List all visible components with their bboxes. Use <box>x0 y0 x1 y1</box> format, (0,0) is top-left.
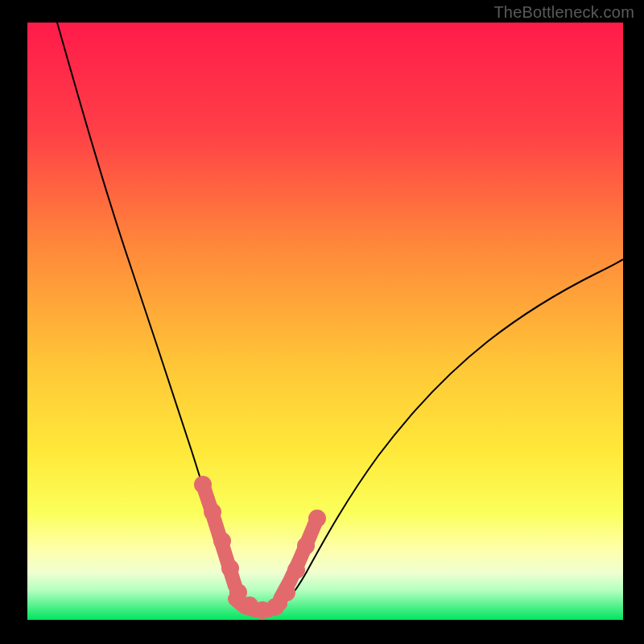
svg-point-10 <box>297 537 315 555</box>
svg-point-1 <box>204 503 221 521</box>
svg-point-3 <box>221 559 239 577</box>
chart-stage: TheBottleneck.com <box>0 0 644 644</box>
watermark-text: TheBottleneck.com <box>493 3 634 22</box>
bottleneck-chart-svg <box>0 0 644 644</box>
svg-point-2 <box>213 532 231 550</box>
plot-area <box>27 23 623 620</box>
svg-point-9 <box>287 561 305 579</box>
svg-point-8 <box>278 584 295 601</box>
svg-point-7 <box>266 598 284 616</box>
svg-point-11 <box>308 510 326 527</box>
svg-point-0 <box>194 476 212 493</box>
